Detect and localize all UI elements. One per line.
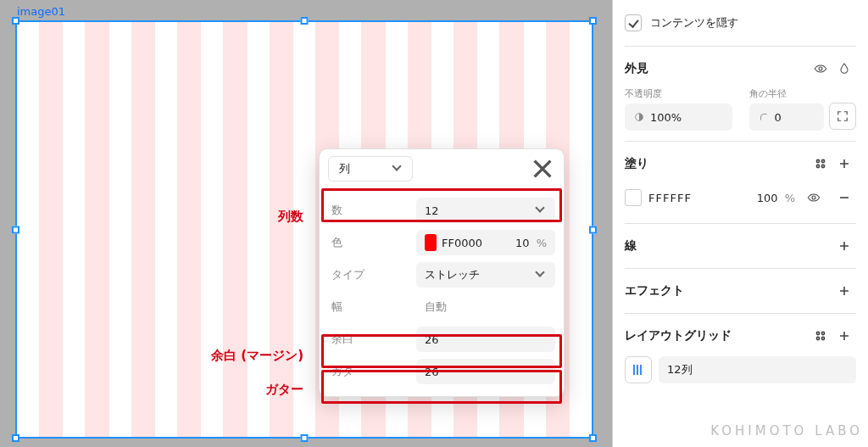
grid-width-field: 自動	[416, 294, 555, 320]
annotation-margin: 余白 (マージン)	[168, 348, 303, 364]
resize-handle[interactable]	[301, 434, 309, 442]
svg-point-6	[812, 196, 815, 199]
remove-fill-button[interactable]	[832, 186, 856, 210]
annotation-columns: 列数	[253, 209, 303, 225]
fill-swatch[interactable]	[625, 189, 642, 206]
resize-handle[interactable]	[301, 17, 309, 25]
layout-grid-item-label: 12列	[667, 362, 693, 377]
add-effect-button[interactable]	[832, 279, 856, 303]
grid-color-opacity: 10	[515, 237, 529, 249]
add-grid-button[interactable]	[832, 324, 856, 348]
opacity-sublabel: 不透明度	[625, 87, 732, 100]
corner-radius-field[interactable]: 0	[749, 103, 825, 131]
add-fill-button[interactable]	[832, 152, 856, 176]
blend-mode-button[interactable]	[832, 57, 856, 81]
resize-handle[interactable]	[589, 17, 597, 25]
resize-handle[interactable]	[589, 434, 597, 442]
grid-color-field[interactable]: FF0000 10 %	[416, 230, 555, 255]
inspector-panel: コンテンツを隠す 外見 不透明度 100% 角の	[612, 0, 868, 447]
grid-direction-value: 列	[339, 161, 350, 176]
svg-point-8	[821, 332, 824, 334]
grid-color-label: 色	[328, 235, 409, 250]
annotation-gutter: ガター	[236, 382, 303, 398]
chevron-down-icon	[535, 204, 547, 216]
fill-row: FFFFFF 100 %	[625, 182, 856, 213]
grid-count-field[interactable]: 12	[416, 198, 555, 223]
clip-content-label: コンテンツを隠す	[650, 15, 738, 31]
grid-margin-row: 余白 26	[328, 323, 555, 355]
close-button[interactable]	[530, 156, 555, 182]
effect-title: エフェクト	[625, 283, 684, 299]
fill-visibility-toggle[interactable]	[802, 186, 826, 210]
grid-gutter-row: ガター 26	[328, 355, 555, 388]
resize-handle[interactable]	[12, 17, 19, 25]
layout-grid-item[interactable]: 12列	[625, 355, 856, 385]
svg-point-10	[821, 337, 824, 339]
chevron-down-icon	[392, 163, 403, 175]
stroke-title: 線	[625, 238, 637, 254]
layout-grid-title: レイアウトグリッド	[625, 328, 732, 344]
fill-hex[interactable]: FFFFFF	[648, 192, 739, 204]
grid-count-value: 12	[425, 204, 535, 217]
grid-type-field[interactable]: ストレッチ	[416, 262, 555, 288]
layout-grid-popover: 列 数 12 色 FF0000 10 %	[319, 148, 565, 397]
grid-width-label: 幅	[328, 299, 409, 315]
grid-gutter-field[interactable]: 26	[416, 359, 555, 384]
layout-grid-section: レイアウトグリッド 12列	[625, 314, 856, 395]
grid-count-row: 数 12	[328, 194, 555, 226]
grid-margin-field[interactable]: 26	[416, 327, 555, 352]
grid-styles-button[interactable]	[809, 324, 832, 348]
add-stroke-button[interactable]	[832, 234, 856, 258]
frame-label[interactable]: image01	[17, 5, 65, 18]
canvas-area[interactable]: image01 列数 余白 (マージン) ガター 列 数	[0, 0, 612, 447]
opacity-field[interactable]: 100%	[625, 103, 732, 131]
grid-type-row: タイプ ストレッチ	[328, 259, 555, 291]
watermark: KOHIMOTO LABO	[710, 423, 863, 439]
opacity-value: 100%	[650, 111, 724, 124]
styles-button[interactable]	[809, 152, 832, 176]
svg-point-9	[816, 337, 819, 339]
radius-value: 0	[775, 111, 816, 124]
grid-margin-label: 余白	[328, 332, 409, 347]
grid-width-row: 幅 自動	[328, 291, 555, 323]
grid-margin-value: 26	[425, 333, 547, 346]
grid-color-hex: FF0000	[442, 237, 515, 249]
color-swatch[interactable]	[425, 234, 437, 251]
percent-unit: %	[785, 192, 795, 204]
independent-corners-button[interactable]	[829, 103, 856, 130]
resize-handle[interactable]	[12, 434, 19, 442]
visibility-toggle[interactable]	[809, 57, 832, 81]
resize-handle[interactable]	[12, 226, 19, 233]
grid-type-value: ストレッチ	[425, 267, 535, 282]
appearance-title: 外見	[625, 61, 648, 76]
stroke-section: 線	[625, 224, 856, 269]
fill-section: 塗り FFFFFF 100 %	[625, 142, 856, 224]
grid-type-label: タイプ	[328, 267, 409, 282]
svg-point-0	[819, 67, 822, 70]
clip-content-checkbox[interactable]	[625, 14, 642, 31]
grid-direction-select[interactable]: 列	[328, 156, 413, 182]
svg-point-4	[816, 165, 819, 167]
svg-point-5	[821, 165, 824, 167]
clip-content-row[interactable]: コンテンツを隠す	[625, 10, 856, 36]
fill-opacity[interactable]: 100	[746, 192, 778, 204]
radius-sublabel: 角の半径	[749, 87, 825, 100]
grid-color-row: 色 FF0000 10 %	[328, 226, 555, 259]
columns-icon[interactable]	[625, 356, 652, 383]
svg-point-7	[816, 332, 819, 334]
grid-count-label: 数	[328, 203, 409, 218]
grid-gutter-value: 26	[425, 366, 547, 378]
svg-point-3	[821, 159, 824, 162]
resize-handle[interactable]	[589, 226, 597, 233]
effect-section: エフェクト	[625, 269, 856, 314]
appearance-section: 外見 不透明度 100% 角の半径	[625, 47, 856, 142]
grid-width-value: 自動	[425, 299, 547, 315]
grid-gutter-label: ガター	[328, 364, 409, 379]
svg-point-2	[816, 159, 819, 162]
percent-unit: %	[537, 237, 547, 249]
chevron-down-icon	[535, 269, 547, 281]
fill-title: 塗り	[625, 156, 648, 171]
